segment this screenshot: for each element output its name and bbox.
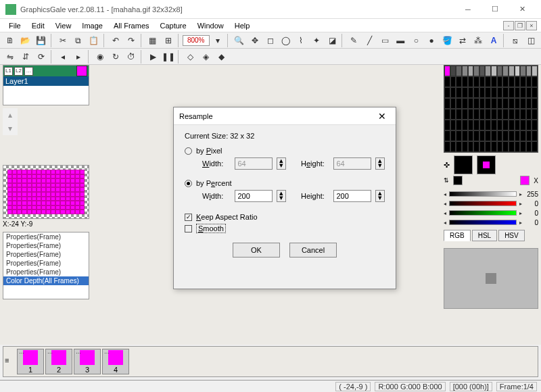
layers-panel[interactable]: L1 L2 … Layer1 xyxy=(3,65,89,105)
new-icon[interactable]: 🗎 xyxy=(3,34,18,47)
open-icon[interactable]: 📂 xyxy=(18,34,33,47)
slider-right-icon[interactable]: ▸ xyxy=(519,191,522,197)
menu-help[interactable]: Help xyxy=(230,20,255,31)
mdi-restore[interactable]: ❐ xyxy=(515,21,525,30)
maximize-button[interactable]: ☐ xyxy=(481,0,509,19)
percent-height-spinner[interactable]: ▴▾ xyxy=(375,190,385,202)
color-replace-icon[interactable]: ⇄ xyxy=(455,34,470,47)
strip-handle-icon[interactable]: ≡ xyxy=(5,356,16,367)
tab-hsv[interactable]: HSV xyxy=(498,230,525,241)
line-icon[interactable]: ╱ xyxy=(362,34,377,47)
history-item[interactable]: Properties(Frame) xyxy=(3,259,89,268)
antialias-icon[interactable]: ⧅ xyxy=(508,34,523,47)
slider-left-icon[interactable]: ◂ xyxy=(444,220,446,226)
copy-icon[interactable]: ⧉ xyxy=(71,34,86,47)
small-fg[interactable] xyxy=(453,176,463,185)
prev-frame-icon[interactable]: ◂ xyxy=(55,50,70,64)
mdi-minimize[interactable]: - xyxy=(503,21,514,30)
del-frame-icon[interactable]: ◆ xyxy=(214,50,229,64)
cut-icon[interactable]: ✂ xyxy=(55,34,70,47)
play-icon[interactable]: ▶ xyxy=(145,50,160,64)
paste-icon[interactable]: 📋 xyxy=(87,34,101,47)
frame-thumb[interactable]: ⋯4 xyxy=(102,349,129,374)
menu-allframes[interactable]: All Frames xyxy=(109,20,154,31)
frame-thumb[interactable]: ⋯3 xyxy=(74,349,101,374)
tab-hsl[interactable]: HSL xyxy=(472,230,497,241)
menu-edit[interactable]: Edit xyxy=(27,20,49,31)
menu-view[interactable]: View xyxy=(51,20,76,31)
flip-v-icon[interactable]: ⇵ xyxy=(18,50,33,64)
zoom-display[interactable]: 800% xyxy=(183,35,210,46)
gray-slider[interactable] xyxy=(449,191,517,197)
nav-preview[interactable] xyxy=(3,165,89,219)
slider-left-icon[interactable]: ◂ xyxy=(444,201,446,207)
grid-icon[interactable]: ▦ xyxy=(145,34,160,47)
background-color[interactable] xyxy=(477,155,496,174)
mdi-close[interactable]: × xyxy=(526,21,537,30)
r-slider[interactable] xyxy=(449,201,517,206)
pencil-icon[interactable]: ✎ xyxy=(346,34,361,47)
fillellipse-icon[interactable]: ● xyxy=(424,34,439,47)
tab-rgb[interactable]: RGB xyxy=(444,230,471,241)
undo-icon[interactable]: ↶ xyxy=(108,34,123,47)
slider-right-icon[interactable]: ▸ xyxy=(519,201,522,207)
pixel-height-spinner[interactable]: ▴▾ xyxy=(375,157,385,170)
transparency-icon[interactable]: ◫ xyxy=(523,34,538,47)
ellipse-icon[interactable]: ○ xyxy=(408,34,423,47)
onion-icon[interactable]: ◉ xyxy=(93,50,108,64)
keep-aspect-checkbox[interactable] xyxy=(185,214,192,221)
layer-cell[interactable]: … xyxy=(24,67,33,76)
layer-name[interactable]: Layer1 xyxy=(3,76,89,86)
ok-button[interactable]: OK xyxy=(233,243,280,258)
history-item[interactable]: Properties(Frame) xyxy=(3,232,89,241)
loop-icon[interactable]: ↻ xyxy=(108,50,123,64)
cancel-button[interactable]: Cancel xyxy=(289,243,337,258)
menu-capture[interactable]: Capture xyxy=(156,20,191,31)
snap-icon[interactable]: ⊞ xyxy=(161,34,176,47)
wand-icon[interactable]: ✦ xyxy=(309,34,324,47)
text-icon[interactable]: A xyxy=(486,34,501,47)
b-slider[interactable] xyxy=(449,220,517,225)
history-list[interactable]: Properties(Frame) Properties(Frame) Prop… xyxy=(3,232,89,299)
menu-window[interactable]: Window xyxy=(193,20,229,31)
layer-cell[interactable]: L1 xyxy=(4,67,13,76)
small-bg[interactable] xyxy=(520,176,530,185)
dup-frame-icon[interactable]: ◈ xyxy=(198,50,213,64)
move-tool-icon[interactable]: ✥ xyxy=(248,34,262,47)
dialog-close-icon[interactable]: ✕ xyxy=(374,111,390,122)
g-slider[interactable] xyxy=(449,210,517,216)
history-item[interactable]: Properties(Frame) xyxy=(3,241,89,250)
next-frame-icon[interactable]: ▸ xyxy=(71,50,86,64)
frame-strip[interactable]: ≡ ⋯1 ⋯2 ⋯3 ⋯4 xyxy=(3,346,538,377)
close-button[interactable]: ✕ xyxy=(509,0,536,19)
rect-icon[interactable]: ▭ xyxy=(377,34,392,47)
zoom-tool-icon[interactable]: 🔍 xyxy=(232,34,247,47)
slider-right-icon[interactable]: ▸ xyxy=(519,220,522,226)
slider-right-icon[interactable]: ▸ xyxy=(519,210,522,216)
pause-icon[interactable]: ❚❚ xyxy=(161,50,176,64)
spray-icon[interactable]: ⁂ xyxy=(471,34,486,47)
eyedropper-icon[interactable]: ✜ xyxy=(444,161,450,170)
frame-thumb[interactable]: ⋯2 xyxy=(45,349,72,374)
menu-image[interactable]: Image xyxy=(77,20,108,31)
fillrect-icon[interactable]: ▬ xyxy=(393,34,408,47)
percent-height-input[interactable] xyxy=(333,190,371,202)
zoom-dropdown-icon[interactable]: ▾ xyxy=(210,34,225,47)
menu-file[interactable]: File xyxy=(4,20,26,31)
color-select-icon[interactable]: ◪ xyxy=(325,34,339,47)
select-rect-icon[interactable]: ◻ xyxy=(263,34,278,47)
smooth-checkbox[interactable] xyxy=(185,225,192,232)
layer-cell[interactable]: L2 xyxy=(14,67,23,76)
pixel-width-spinner[interactable]: ▴▾ xyxy=(277,157,286,170)
timer-icon[interactable]: ⏱ xyxy=(124,50,139,64)
minimize-button[interactable]: ─ xyxy=(454,0,481,19)
frame-thumb[interactable]: ⋯1 xyxy=(17,349,44,374)
pixel-height-input[interactable] xyxy=(333,157,371,170)
rotate-icon[interactable]: ⟳ xyxy=(34,50,49,64)
layer-down-icon[interactable]: ▾ xyxy=(3,122,18,135)
percent-width-spinner[interactable]: ▴▾ xyxy=(277,190,286,202)
flood-fill-icon[interactable]: 🪣 xyxy=(440,34,454,47)
radio-by-percent[interactable] xyxy=(185,180,192,187)
layer-up-icon[interactable]: ▴ xyxy=(3,108,18,122)
add-frame-icon[interactable]: ◇ xyxy=(183,50,197,64)
